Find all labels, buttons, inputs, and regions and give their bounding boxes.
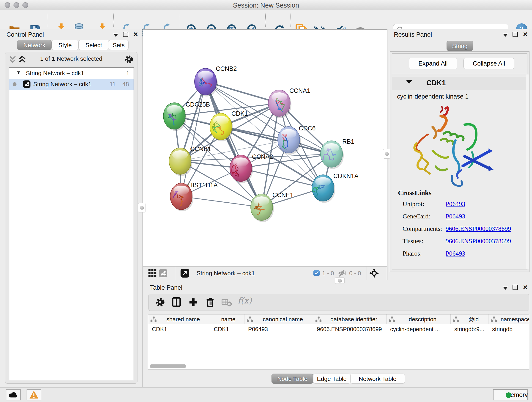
create-column-plus-icon[interactable] xyxy=(189,298,198,307)
panel-float-icon[interactable] xyxy=(513,32,518,37)
column-header-canonical-name[interactable]: canonical name xyxy=(244,314,313,324)
warnings-button[interactable] xyxy=(27,389,41,400)
separator xyxy=(367,267,367,280)
network-node-CDC6[interactable]: CDC6 xyxy=(278,125,316,155)
crosslink-row: Uniprot:P06493 xyxy=(403,198,526,211)
column-label: description xyxy=(395,316,450,323)
table-horizontal-scrollbar[interactable] xyxy=(150,364,186,368)
panel-close-icon[interactable]: ✕ xyxy=(523,285,528,290)
network-canvas[interactable]: CCNB2CCNA1CDC25BCDK1CDC6RB1CCNB1CCNA2CDK… xyxy=(143,30,387,267)
column-header-name[interactable]: name xyxy=(210,314,244,324)
bottom-splitter-handle[interactable] xyxy=(335,277,345,284)
gene-entry-header[interactable]: CDK1 xyxy=(392,77,527,90)
table-row[interactable]: CDK1CDK1P064939606.ENSP00000378699cyclin… xyxy=(148,324,529,334)
network-view-mode-button[interactable] xyxy=(159,269,167,277)
panel-menu-icon[interactable] xyxy=(113,34,118,37)
tab-sets[interactable]: Sets xyxy=(109,40,128,50)
collapse-triangle-icon[interactable] xyxy=(406,80,412,84)
node-label: HIST1H1A xyxy=(188,182,218,189)
left-splitter-handle[interactable] xyxy=(138,203,146,212)
network-collection-row[interactable]: ▼ String Network – cdk1 1 xyxy=(9,68,133,79)
node-label: CCNA1 xyxy=(289,87,310,94)
crosslink-row: Tissues:9606.ENSP00000378699 xyxy=(403,235,526,248)
panel-float-icon[interactable] xyxy=(123,32,128,37)
delete-column-trash-icon[interactable] xyxy=(206,297,214,307)
show-columns-icon[interactable] xyxy=(172,297,181,307)
crosslink-link[interactable]: P06493 xyxy=(446,213,465,220)
main-toolbar: ? xyxy=(0,10,532,30)
crosslink-link[interactable]: P06493 xyxy=(446,200,465,208)
panel-close-icon[interactable]: ✕ xyxy=(523,32,528,37)
table-cell[interactable]: cyclin-dependent ... xyxy=(386,324,451,334)
table-cell[interactable]: CDK1 xyxy=(210,324,244,334)
hierarchy-icon xyxy=(453,317,459,322)
column-header-shared-name[interactable]: shared name xyxy=(148,314,210,324)
crosslink-link[interactable]: 9606.ENSP00000378699 xyxy=(446,237,511,245)
table-cell[interactable]: stringdb:9... xyxy=(451,324,488,334)
detach-view-button[interactable] xyxy=(181,269,189,278)
table-cell[interactable]: CDK1 xyxy=(148,324,210,334)
collapse-all-button[interactable]: Collapse All xyxy=(463,58,514,69)
fit-content-crosshair-icon[interactable] xyxy=(369,268,379,278)
memory-button[interactable]: Memory xyxy=(493,389,528,400)
network-node-CCNB1[interactable]: CCNB1 xyxy=(169,146,211,176)
tab-network-table[interactable]: Network Table xyxy=(350,374,405,384)
panel-float-icon[interactable] xyxy=(513,285,518,290)
crosslink-link[interactable]: P06493 xyxy=(446,250,465,257)
node-count: 11 xyxy=(109,81,116,88)
table-options-gear-icon[interactable] xyxy=(156,298,165,307)
crosslink-link[interactable]: 9606.ENSP00000378699 xyxy=(446,225,511,232)
string-results-box: Expand All Collapse All CDK1 cyclin-depe… xyxy=(390,51,530,272)
network-row-selected[interactable]: String Network – cdk1 11 48 xyxy=(9,79,133,89)
column-header--id[interactable]: @id xyxy=(451,314,488,324)
table-panel-title: Table Panel xyxy=(150,284,182,291)
crosslink-label: Compartments: xyxy=(403,225,442,232)
table-toolbar: f(x) xyxy=(148,294,529,311)
tab-node-table[interactable]: Node Table xyxy=(272,374,313,384)
network-node-HIST1H1A[interactable]: HIST1H1A xyxy=(170,182,218,211)
table-cell[interactable]: P06493 xyxy=(244,324,313,334)
cloud-button[interactable] xyxy=(6,389,21,400)
network-node-CCNE1[interactable]: CCNE1 xyxy=(251,191,293,222)
network-node-CDK1[interactable]: CDK1 xyxy=(210,110,248,141)
node-label: CCNE1 xyxy=(272,191,293,198)
network-node-CDKN1A[interactable]: CDKN1A xyxy=(311,172,359,203)
crosslink-row: Pharos:P06493 xyxy=(403,248,526,260)
table-cell[interactable]: stringdb xyxy=(488,324,529,334)
network-edge[interactable] xyxy=(181,82,206,196)
grid-view-icon[interactable] xyxy=(148,269,157,277)
crosslink-label: Tissues: xyxy=(403,237,423,245)
tab-string[interactable]: String xyxy=(447,41,473,51)
network-node-CCNB2[interactable]: CCNB2 xyxy=(195,65,237,96)
results-panel-title: Results Panel xyxy=(394,31,432,38)
expander-icon[interactable]: ▼ xyxy=(16,70,21,75)
gene-symbol: CDK1 xyxy=(426,79,446,87)
delete-table-icon xyxy=(222,299,232,307)
column-header-description[interactable]: description xyxy=(386,314,451,324)
panel-close-icon[interactable]: ✕ xyxy=(133,32,138,37)
network-tree: ▼ String Network – cdk1 1 String Network… xyxy=(9,67,134,380)
import-arrow-icon xyxy=(58,23,64,29)
tab-edge-table[interactable]: Edge Table xyxy=(313,374,350,384)
options-gear-icon[interactable] xyxy=(125,55,133,64)
tab-network[interactable]: Network xyxy=(17,40,51,50)
panel-menu-icon[interactable] xyxy=(503,34,508,37)
tab-select[interactable]: Select xyxy=(79,40,109,50)
panel-menu-icon[interactable] xyxy=(503,287,508,290)
results-scrollbar[interactable] xyxy=(526,75,529,269)
tab-style[interactable]: Style xyxy=(51,40,79,50)
control-panel: Control Panel ✕ NetworkStyleSelectSets 1… xyxy=(0,29,143,387)
column-header-database-identifier[interactable]: database identifier xyxy=(313,314,386,324)
right-splitter-handle[interactable] xyxy=(383,149,390,159)
selected-checkbox-icon[interactable] xyxy=(313,270,320,276)
network-view-title: String Network – cdk1 xyxy=(196,267,255,280)
status-bar: Memory xyxy=(0,387,532,402)
column-header-namespace[interactable]: namespace xyxy=(488,314,529,324)
network-node-RB1[interactable]: RB1 xyxy=(321,138,355,169)
network-view-toolbar: String Network – cdk1 1 - 0 0 - 0 xyxy=(143,266,387,280)
network-node-CDC25B[interactable]: CDC25B xyxy=(163,101,210,131)
toolbar-separator xyxy=(265,13,266,27)
expand-all-button[interactable]: Expand All xyxy=(409,58,457,69)
node-label: CCNB2 xyxy=(216,65,237,72)
table-cell[interactable]: 9606.ENSP00000378699 xyxy=(313,324,386,334)
